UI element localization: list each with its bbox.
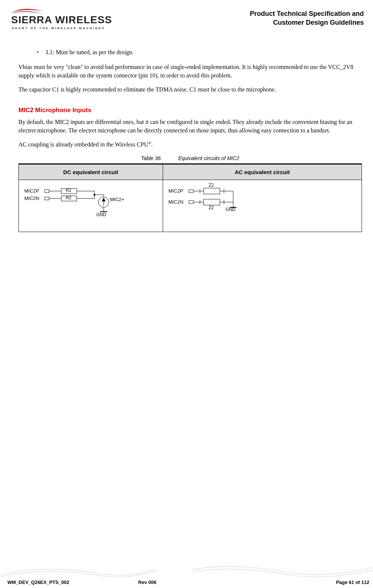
page-footer: WM_DEV_Q26EX_PTS_002 Rev 006 Page 61 of … [0, 558, 373, 588]
document-title: Product Technical Specification and Cust… [250, 9, 364, 27]
registered-mark: ® [148, 141, 151, 145]
brand-name: SIERRA WIRELESS [11, 14, 112, 26]
table-title: Equivalent circuits of MIC2 [178, 155, 239, 161]
footer-wave-icon [0, 562, 373, 579]
dc-r2-top: R2 [66, 187, 71, 194]
paragraph: Vbias must be very "clean" to avoid bad … [18, 63, 362, 80]
footer-page: Page 61 of 112 [336, 580, 369, 585]
paragraph: The capacitor C1 is highly recommended t… [18, 86, 362, 94]
ac-z2-top: Z2 [209, 182, 214, 188]
para4-post: . [151, 141, 153, 148]
brand-logo: SIERRA WIRELESS HEART OF THE WIRELESS MA… [11, 7, 112, 30]
dc-mic2plus: MIC2+ [110, 196, 124, 203]
svg-rect-30 [204, 199, 220, 205]
page-header: SIERRA WIRELESS HEART OF THE WIRELESS MA… [11, 7, 364, 30]
ac-circuit-cell: MIC2P MIC2N Z2 Z2 GND [163, 180, 362, 232]
dc-circuit-diagram: MIC2P MIC2N R2 R2 MIC2+ GND [24, 184, 157, 224]
ac-circuit-diagram: MIC2P MIC2N Z2 Z2 GND [169, 184, 356, 224]
dc-circuit-cell: MIC2P MIC2N R2 R2 MIC2+ GND [19, 180, 163, 232]
dc-mic2n-label: MIC2N [24, 195, 39, 202]
dc-gnd: GND [96, 212, 106, 218]
paragraph: AC coupling is already embedded in the W… [18, 141, 362, 149]
col-header-dc: DC equivalent circuit [19, 164, 163, 180]
doc-title-line1: Product Technical Specification and [250, 9, 364, 18]
brand-tagline: HEART OF THE WIRELESS MACHINE® [12, 27, 112, 30]
table-number: Table 36. [141, 155, 162, 161]
svg-rect-27 [189, 201, 193, 204]
bullet-text: L1: Must be tuned, as per the design. [46, 48, 134, 56]
equivalent-circuits-table: DC equivalent circuit AC equivalent circ… [18, 163, 362, 232]
ac-mic2n-label: MIC2N [169, 199, 183, 205]
svg-rect-4 [45, 197, 49, 200]
table-caption: Table 36. Equivalent circuits of MIC2 [18, 155, 362, 162]
bullet-icon: • [37, 48, 39, 56]
dc-mic2p-label: MIC2P [24, 188, 39, 194]
section-heading: MIC2 Microphone Inputs [18, 106, 362, 115]
bullet-item: • L1: Must be tuned, as per the design. [37, 48, 362, 56]
paragraph: By default, the MIC2 inputs are differen… [18, 118, 362, 135]
ac-mic2p-label: MIC2P [169, 188, 183, 194]
svg-rect-20 [204, 188, 220, 194]
footer-rev: Rev 006 [138, 580, 156, 585]
page-content: • L1: Must be tuned, as per the design. … [18, 48, 362, 232]
svg-rect-17 [189, 190, 193, 193]
para4-pre: AC coupling is already embedded in the W… [18, 141, 148, 148]
svg-rect-0 [45, 190, 49, 193]
footer-doc-id: WM_DEV_Q26EX_PTS_002 [7, 580, 69, 585]
dc-r2-bot: R2 [66, 195, 71, 201]
ac-z2-bot: Z2 [209, 205, 214, 211]
doc-title-line2: Customer Design Guidelines [250, 18, 364, 27]
col-header-ac: AC equivalent circuit [163, 164, 362, 180]
swoosh-icon [11, 7, 44, 14]
ac-gnd: GND [226, 207, 236, 213]
